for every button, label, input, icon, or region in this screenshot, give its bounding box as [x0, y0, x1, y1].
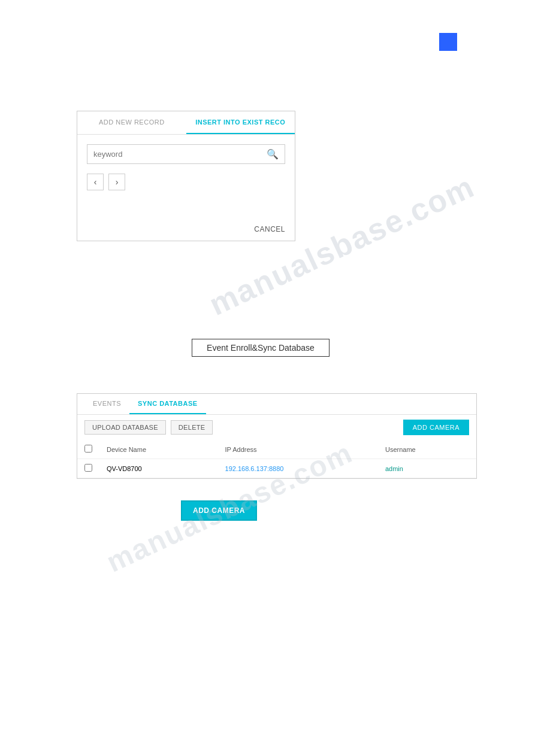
search-icon: 🔍: [267, 148, 279, 160]
col-header-ip: IP Address: [218, 440, 378, 459]
row-username: admin: [378, 459, 476, 478]
col-header-device: Device Name: [99, 440, 218, 459]
panel-toolbar: UPLOAD DATABASE DELETE ADD CAMERA: [77, 415, 476, 440]
row-checkbox-cell: [77, 459, 99, 478]
camera-table: Device Name IP Address Username QV-VD870…: [77, 440, 476, 478]
ip-link[interactable]: 192.168.6.137:8880: [225, 465, 284, 472]
bottom-panel: EVENTS SYNC DATABASE UPLOAD DATABASE DEL…: [77, 393, 477, 479]
dialog-body: 🔍 ‹ ›: [77, 135, 295, 220]
row-checkbox[interactable]: [84, 464, 92, 472]
username-link[interactable]: admin: [385, 465, 403, 472]
dialog-footer: CANCEL: [77, 220, 295, 241]
tab-insert-exist[interactable]: INSERT INTO EXIST RECO: [186, 111, 295, 134]
add-camera-button-top[interactable]: ADD CAMERA: [403, 420, 469, 435]
add-camera-standalone-button[interactable]: ADD CAMERA: [181, 500, 257, 521]
cancel-button[interactable]: CANCEL: [254, 225, 285, 233]
tab-sync-database[interactable]: SYNC DATABASE: [129, 394, 206, 414]
tab-add-new-record[interactable]: ADD NEW RECORD: [77, 111, 186, 134]
prev-page-button[interactable]: ‹: [87, 174, 104, 190]
table-row: QV-VD8700192.168.6.137:8880admin: [77, 459, 476, 478]
dialog-card: ADD NEW RECORD INSERT INTO EXIST RECO 🔍 …: [77, 111, 295, 241]
panel-tabs: EVENTS SYNC DATABASE: [77, 394, 476, 415]
upload-database-button[interactable]: UPLOAD DATABASE: [84, 420, 166, 435]
blue-indicator: [439, 33, 457, 51]
tab-events[interactable]: EVENTS: [84, 394, 129, 414]
dialog-tabs: ADD NEW RECORD INSERT INTO EXIST RECO: [77, 111, 295, 135]
next-page-button[interactable]: ›: [108, 174, 125, 190]
pagination-row: ‹ ›: [87, 171, 285, 193]
col-header-username: Username: [378, 440, 476, 459]
delete-button[interactable]: DELETE: [171, 420, 213, 435]
row-device-name: QV-VD8700: [99, 459, 218, 478]
section-label: Event Enroll&Sync Database: [192, 339, 330, 357]
select-all-checkbox[interactable]: [84, 445, 92, 453]
row-ip-address: 192.168.6.137:8880: [218, 459, 378, 478]
search-row: 🔍: [87, 144, 285, 164]
col-header-checkbox: [77, 440, 99, 459]
search-input[interactable]: [93, 150, 267, 159]
